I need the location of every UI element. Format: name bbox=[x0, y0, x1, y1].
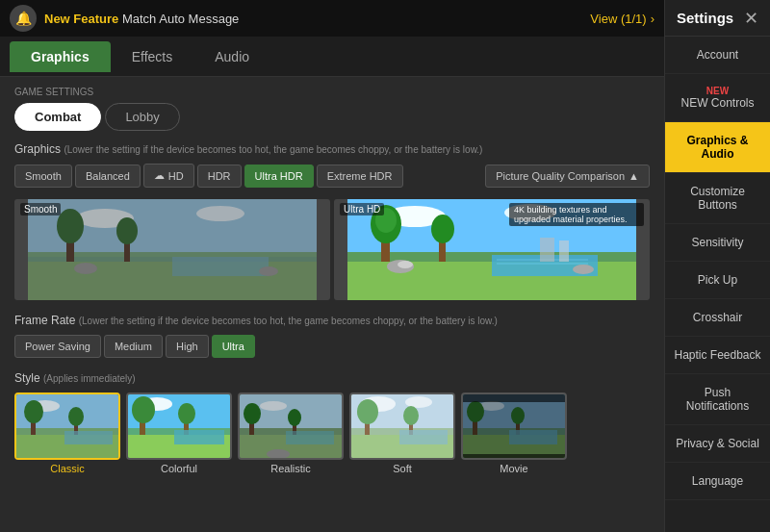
sub-tab-combat[interactable]: Combat bbox=[14, 103, 101, 131]
svg-rect-49 bbox=[174, 430, 224, 444]
graphics-balanced-btn[interactable]: Balanced bbox=[75, 165, 141, 188]
style-label: Style (Applies immediately) bbox=[14, 371, 650, 385]
svg-point-10 bbox=[116, 217, 138, 244]
framerate-high-btn[interactable]: High bbox=[166, 335, 209, 358]
tab-bar: Graphics Effects Audio bbox=[0, 37, 664, 77]
graphics-options: Smooth Balanced ☁HD HDR Ultra HDR Extrem… bbox=[14, 164, 650, 188]
tab-audio[interactable]: Audio bbox=[193, 41, 270, 72]
sidebar-item-language[interactable]: Language bbox=[665, 463, 770, 500]
framerate-medium-btn[interactable]: Medium bbox=[104, 335, 163, 358]
ultra-hd-label: Ultra HD bbox=[340, 203, 384, 215]
svg-point-29 bbox=[573, 265, 594, 274]
close-button[interactable]: ✕ bbox=[744, 8, 758, 29]
style-movie[interactable]: Movie bbox=[461, 393, 567, 474]
sidebar-item-account[interactable]: Account bbox=[665, 37, 770, 74]
sidebar-item-customize-buttons[interactable]: Customize Buttons bbox=[665, 173, 770, 224]
style-movie-img bbox=[461, 393, 567, 460]
svg-point-48 bbox=[178, 403, 195, 424]
style-classic[interactable]: Classic bbox=[14, 393, 120, 474]
svg-point-63 bbox=[405, 396, 432, 408]
style-colorful[interactable]: Colorful bbox=[126, 393, 232, 474]
sidebar-item-haptic-feedback[interactable]: Haptic Feedback bbox=[665, 337, 770, 374]
notification-icon: 🔔 bbox=[10, 5, 37, 32]
svg-rect-11 bbox=[172, 257, 269, 276]
sub-tab-lobby[interactable]: Lobby bbox=[105, 103, 179, 131]
top-bar: 🔔 New Feature Match Auto Message View (1… bbox=[0, 0, 664, 37]
svg-point-68 bbox=[403, 406, 419, 425]
sidebar-item-privacy-social[interactable]: Privacy & Social bbox=[665, 425, 770, 463]
graphics-hd-btn[interactable]: ☁HD bbox=[143, 164, 194, 188]
graphics-hdr-btn[interactable]: HDR bbox=[197, 165, 242, 188]
style-realistic-label: Realistic bbox=[270, 463, 311, 474]
svg-point-77 bbox=[511, 407, 525, 424]
svg-rect-58 bbox=[286, 431, 334, 444]
svg-point-8 bbox=[57, 209, 84, 243]
svg-point-5 bbox=[196, 206, 244, 221]
top-bar-message: New Feature Match Auto Message bbox=[44, 12, 239, 26]
sidebar-item-graphics-audio[interactable]: Graphics & Audio bbox=[665, 122, 770, 173]
ultra-hd-image: Ultra HD 4K building textures and upgrad… bbox=[334, 199, 650, 300]
svg-point-55 bbox=[244, 403, 261, 424]
controls-label: NEW Controls bbox=[680, 96, 754, 110]
settings-content: GAME SETTINGS Combat Lobby Graphics (Low… bbox=[0, 77, 664, 532]
style-realistic[interactable]: Realistic bbox=[238, 393, 344, 474]
svg-point-57 bbox=[288, 409, 301, 426]
main-area: Graphics Effects Audio GAME SETTINGS Com… bbox=[0, 37, 664, 532]
new-badge: NEW bbox=[673, 86, 762, 96]
svg-point-28 bbox=[398, 261, 413, 268]
graphics-label: Graphics (Lower the setting if the devic… bbox=[14, 142, 650, 156]
svg-point-75 bbox=[467, 401, 484, 422]
svg-rect-79 bbox=[463, 394, 567, 402]
sidebar-title: Settings bbox=[677, 10, 733, 26]
sub-tab-bar: Combat Lobby bbox=[14, 103, 650, 131]
smooth-image: Smooth bbox=[14, 199, 330, 300]
ultra-hd-desc: 4K building textures and upgraded materi… bbox=[509, 203, 644, 226]
sidebar-header: Settings ✕ bbox=[665, 0, 770, 37]
tab-effects[interactable]: Effects bbox=[111, 41, 194, 72]
framerate-powersaving-btn[interactable]: Power Saving bbox=[14, 335, 101, 358]
svg-point-46 bbox=[132, 396, 155, 423]
graphics-extreme-hdr-btn[interactable]: Extreme HDR bbox=[317, 165, 403, 188]
style-grid: Classic Colorf bbox=[14, 393, 650, 474]
style-soft-img bbox=[349, 393, 455, 460]
image-compare: Smooth bbox=[14, 199, 650, 300]
sidebar-item-crosshair[interactable]: Crosshair bbox=[665, 299, 770, 337]
svg-rect-80 bbox=[463, 454, 567, 460]
svg-point-23 bbox=[431, 215, 454, 243]
smooth-label: Smooth bbox=[20, 203, 61, 215]
style-colorful-label: Colorful bbox=[161, 463, 197, 474]
svg-point-59 bbox=[267, 449, 290, 459]
framerate-options: Power Saving Medium High Ultra bbox=[14, 335, 650, 358]
view-button[interactable]: View (1/1) › bbox=[590, 12, 654, 26]
graphics-smooth-btn[interactable]: Smooth bbox=[14, 165, 72, 188]
tab-graphics[interactable]: Graphics bbox=[10, 41, 111, 72]
svg-rect-40 bbox=[64, 431, 113, 444]
svg-point-12 bbox=[74, 263, 97, 274]
sidebar-item-sensitivity[interactable]: Sensitivity bbox=[665, 224, 770, 262]
svg-rect-30 bbox=[540, 238, 554, 262]
svg-point-37 bbox=[24, 400, 43, 423]
style-classic-img bbox=[14, 393, 120, 460]
svg-point-13 bbox=[259, 266, 278, 276]
sidebar-item-pickup[interactable]: Pick Up bbox=[665, 262, 770, 299]
sidebar: Settings ✕ Account NEW NEW Controls Grap… bbox=[664, 0, 770, 532]
quality-compare-btn[interactable]: Picture Quality Comparison ▲ bbox=[485, 165, 650, 188]
style-soft-label: Soft bbox=[393, 463, 412, 474]
svg-point-66 bbox=[357, 399, 378, 424]
style-soft[interactable]: Soft bbox=[349, 393, 455, 474]
graphics-ultra-hdr-btn[interactable]: Ultra HDR bbox=[244, 165, 314, 188]
style-movie-label: Movie bbox=[500, 463, 527, 474]
sidebar-item-controls[interactable]: NEW NEW Controls bbox=[665, 74, 770, 122]
svg-rect-31 bbox=[559, 241, 569, 262]
svg-rect-69 bbox=[399, 430, 448, 444]
svg-point-39 bbox=[68, 407, 84, 426]
game-settings-label: GAME SETTINGS bbox=[14, 87, 650, 97]
svg-rect-78 bbox=[509, 430, 557, 444]
framerate-label: Frame Rate (Lower the setting if the dev… bbox=[14, 314, 650, 327]
sidebar-item-push-notifications[interactable]: Push Notifications bbox=[665, 374, 770, 425]
svg-point-52 bbox=[260, 401, 287, 411]
style-realistic-img bbox=[238, 393, 344, 460]
framerate-ultra-btn[interactable]: Ultra bbox=[212, 335, 255, 358]
style-classic-label: Classic bbox=[50, 463, 84, 474]
style-colorful-img bbox=[126, 393, 232, 460]
